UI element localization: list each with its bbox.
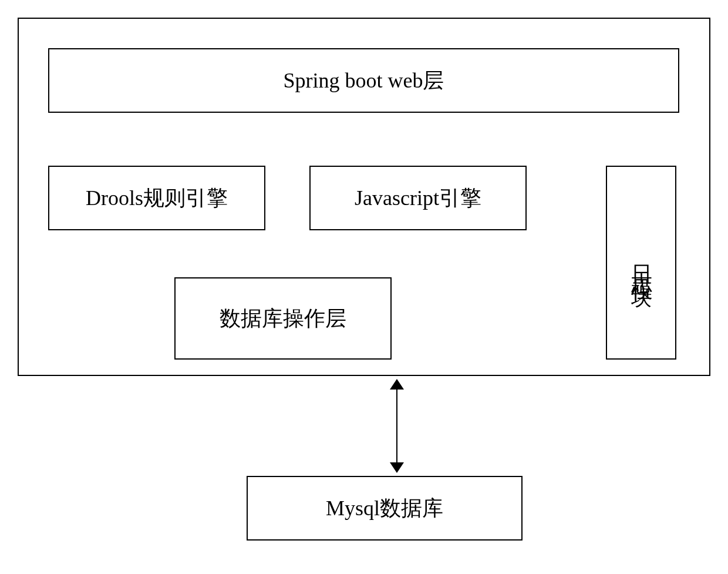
db-layer-label: 数据库操作层: [220, 304, 346, 333]
drools-engine-box: Drools规则引擎: [48, 166, 265, 230]
architecture-container: Spring boot web层 Drools规则引擎 Javascript引擎…: [18, 18, 710, 376]
web-layer-box: Spring boot web层: [48, 48, 679, 113]
javascript-label: Javascript引擎: [355, 184, 481, 213]
bidirectional-arrow: [385, 379, 409, 473]
javascript-engine-box: Javascript引擎: [309, 166, 527, 230]
db-operation-layer-box: 数据库操作层: [174, 277, 392, 360]
arrow-down-icon: [390, 462, 404, 473]
log-module-box: 日志模块: [606, 166, 676, 360]
log-module-label: 日志模块: [627, 249, 656, 277]
mysql-label: Mysql数据库: [326, 494, 443, 523]
mysql-database-box: Mysql数据库: [247, 476, 523, 541]
web-layer-label: Spring boot web层: [284, 66, 444, 95]
drools-label: Drools规则引擎: [86, 184, 228, 213]
arrow-line: [396, 386, 397, 466]
